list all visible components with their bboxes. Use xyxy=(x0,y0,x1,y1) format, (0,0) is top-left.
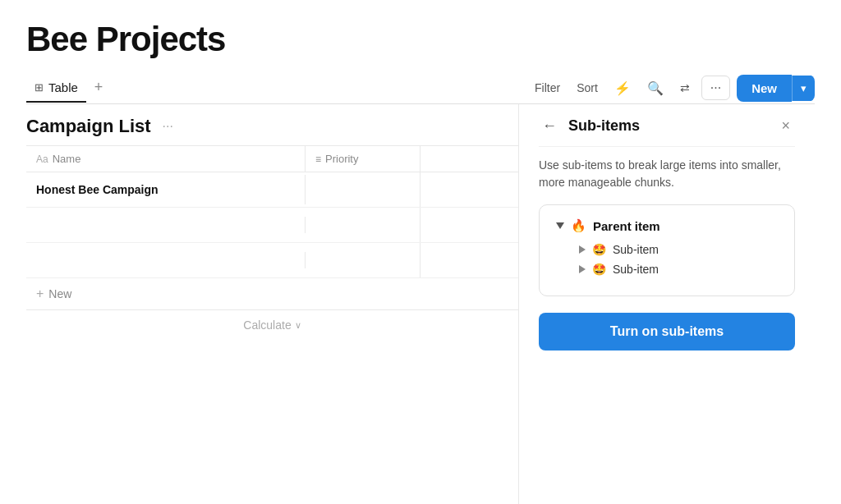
col-priority-icon: ≡ xyxy=(315,153,321,165)
child-label-1: Sub-item xyxy=(613,243,659,256)
child-label-2: Sub-item xyxy=(613,263,659,276)
new-button-group: New ▾ xyxy=(737,75,815,102)
diagram-parent-item: 🔥 Parent item xyxy=(556,218,778,233)
table-row[interactable] xyxy=(26,208,518,243)
new-row-button[interactable]: + New xyxy=(26,278,518,310)
calculate-label: Calculate xyxy=(243,318,291,332)
cell-name-1: Honest Bee Campaign xyxy=(26,175,306,204)
lightning-button[interactable]: ⚡ xyxy=(609,76,636,101)
back-button[interactable]: ← xyxy=(539,116,560,136)
parent-label: Parent item xyxy=(593,219,660,233)
calculate-row[interactable]: Calculate ∨ xyxy=(26,310,518,340)
subitems-panel: ← Sub-items × Use sub-items to break lar… xyxy=(519,104,815,504)
page-title: Bee Projects xyxy=(26,20,815,59)
table-columns: Aa Name ≡ Priority xyxy=(26,145,518,172)
table-section: Campaign List ··· Aa Name ≡ Priority Hon… xyxy=(26,104,519,504)
back-icon: ← xyxy=(542,117,557,134)
campaign-list-more-icon[interactable]: ··· xyxy=(158,117,178,135)
tab-table-label: Table xyxy=(48,80,78,94)
filter2-icon: ⇄ xyxy=(680,81,690,94)
triangle-right-icon-1 xyxy=(579,245,586,254)
table-header-row: Campaign List ··· xyxy=(26,104,518,145)
sort-button[interactable]: Sort xyxy=(572,78,603,98)
panel-title: Sub-items xyxy=(568,117,640,135)
cell-extra-1 xyxy=(420,172,518,207)
new-row-label: New xyxy=(48,287,71,300)
tab-add-button[interactable]: + xyxy=(90,72,108,104)
panel-description: Use sub-items to break large items into … xyxy=(539,157,795,191)
app-container: Bee Projects ⊞ Table + Filter Sort ⚡ 🔍 ⇄ xyxy=(0,0,841,504)
tab-table[interactable]: ⊞ Table xyxy=(26,74,86,103)
child-emoji-2: 🤩 xyxy=(592,263,606,276)
table-icon: ⊞ xyxy=(34,81,44,94)
campaign-list-title: Campaign List xyxy=(26,116,151,137)
tab-add-label: + xyxy=(94,79,103,95)
col-priority-label: Priority xyxy=(325,153,358,165)
diagram-child-item-1: 🤩 Sub-item xyxy=(579,243,778,256)
tabs: ⊞ Table + xyxy=(26,72,108,103)
panel-header: ← Sub-items × xyxy=(539,104,795,147)
cell-name-3 xyxy=(26,252,306,268)
turn-on-subitems-button[interactable]: Turn on sub-items xyxy=(539,313,795,351)
panel-header-left: ← Sub-items xyxy=(539,116,640,136)
triangle-down-icon xyxy=(556,222,564,229)
toolbar-actions: Filter Sort ⚡ 🔍 ⇄ ··· New ▾ xyxy=(530,75,815,102)
col-name-label: Name xyxy=(53,153,81,165)
col-priority-header[interactable]: ≡ Priority xyxy=(306,146,420,172)
table-row[interactable]: Honest Bee Campaign xyxy=(26,172,518,208)
more-icon: ··· xyxy=(710,80,721,94)
content-area: Campaign List ··· Aa Name ≡ Priority Hon… xyxy=(26,104,815,504)
search-icon: 🔍 xyxy=(647,80,664,96)
toolbar: ⊞ Table + Filter Sort ⚡ 🔍 ⇄ ··· New xyxy=(26,72,815,104)
filter-button[interactable]: Filter xyxy=(530,78,565,98)
parent-emoji: 🔥 xyxy=(571,218,586,233)
new-main-button[interactable]: New xyxy=(737,75,792,102)
cell-name-2 xyxy=(26,217,306,233)
col-extra-header xyxy=(420,153,518,166)
cell-extra-2 xyxy=(420,208,518,242)
cell-extra-3 xyxy=(420,243,518,277)
table-row[interactable] xyxy=(26,243,518,278)
close-button[interactable]: × xyxy=(776,116,795,136)
chevron-down-icon: ▾ xyxy=(801,82,807,94)
filter2-button[interactable]: ⇄ xyxy=(675,76,695,99)
search-button[interactable]: 🔍 xyxy=(642,76,669,101)
diagram-child-item-2: 🤩 Sub-item xyxy=(579,263,778,276)
new-dropdown-button[interactable]: ▾ xyxy=(792,76,815,101)
lightning-icon: ⚡ xyxy=(614,80,631,96)
subitems-diagram: 🔥 Parent item 🤩 Sub-item 🤩 xyxy=(539,204,795,296)
calculate-chevron: ∨ xyxy=(295,320,301,331)
plus-icon: + xyxy=(36,286,44,301)
cell-priority-1 xyxy=(306,172,420,207)
close-icon: × xyxy=(781,117,790,134)
triangle-right-icon-2 xyxy=(579,265,586,273)
cell-priority-2 xyxy=(306,208,420,242)
col-name-header[interactable]: Aa Name xyxy=(26,146,306,172)
cell-priority-3 xyxy=(306,243,420,277)
more-options-button[interactable]: ··· xyxy=(701,76,730,100)
col-name-prefix: Aa xyxy=(36,153,48,165)
child-emoji-1: 🤩 xyxy=(592,243,606,256)
